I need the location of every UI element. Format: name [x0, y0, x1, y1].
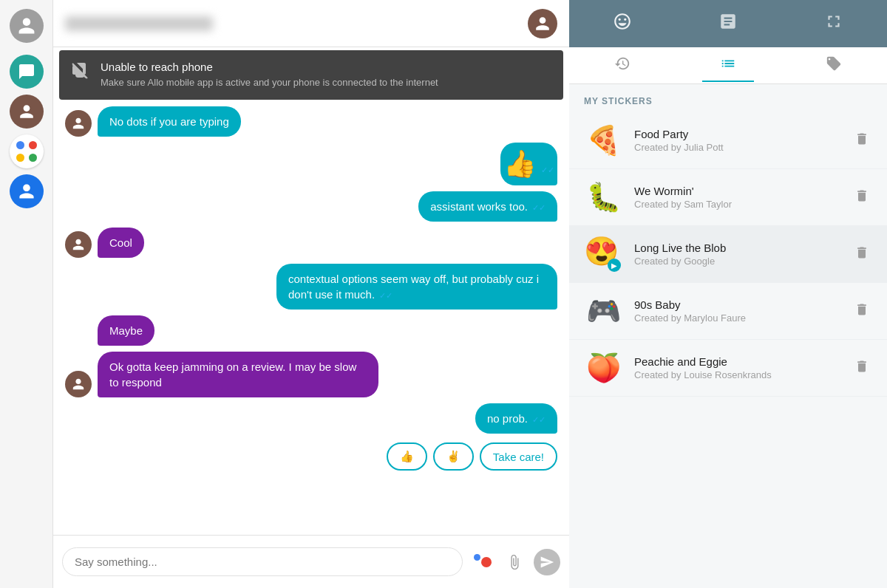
- sticker-subtabs: [569, 47, 887, 84]
- sticker-panel-top-tabs: [569, 0, 887, 47]
- sticker-author: Created by Marylou Faure: [634, 312, 840, 324]
- quick-reply-thumbs-up[interactable]: 👍: [387, 442, 427, 471]
- message-bubble: Cool: [98, 228, 144, 258]
- chat-main: Unable to reach phone Make sure Allo mob…: [53, 0, 569, 588]
- chat-input[interactable]: [62, 547, 463, 576]
- message-row: Cool: [65, 228, 557, 258]
- recent-subtab[interactable]: [597, 49, 648, 81]
- contacts-button[interactable]: [10, 174, 44, 208]
- message-tick: ✓✓: [532, 415, 546, 424]
- sticker-delete-button[interactable]: [852, 299, 872, 324]
- sender-avatar: [65, 371, 92, 397]
- sticker-author: Created by Louise Rosenkrands: [634, 369, 840, 380]
- google-assistant-button[interactable]: [10, 134, 44, 168]
- sticker-thumbnail: 🍑: [584, 349, 622, 387]
- voice-input-button[interactable]: [469, 549, 495, 575]
- notification-title: Unable to reach phone: [101, 61, 438, 73]
- message-row: Ok gotta keep jamming on a review. I may…: [65, 352, 557, 397]
- message-tick: ✓✓: [379, 291, 392, 300]
- sticker-top-tab[interactable]: [707, 6, 750, 41]
- notification-content: Unable to reach phone Make sure Allo mob…: [101, 61, 438, 89]
- message-bubble: no prob.✓✓: [475, 403, 557, 434]
- sticker-info: Peachie and Eggie Created by Louise Rose…: [634, 355, 840, 380]
- sticker-item-long-live-blob[interactable]: 😍 ▶ Long Live the Blob Created by Google: [569, 226, 887, 283]
- sticker-name: 90s Baby: [634, 298, 840, 311]
- notification-icon: [71, 62, 89, 84]
- message-bubble: Ok gotta keep jamming on a review. I may…: [98, 352, 378, 397]
- contact-nav-avatar[interactable]: [10, 95, 44, 129]
- chat-input-area: [53, 535, 569, 588]
- sender-avatar: [65, 231, 92, 258]
- message-bubble: assistant works too.✓✓: [418, 191, 557, 222]
- chat-contact-avatar[interactable]: [528, 9, 557, 38]
- message-row: no prob.✓✓: [65, 403, 557, 434]
- chat-nav-button[interactable]: [10, 55, 44, 89]
- sticker-thumbnail: 🎮: [584, 292, 622, 330]
- sticker-name: Peachie and Eggie: [634, 355, 840, 368]
- shop-subtab[interactable]: [808, 49, 860, 81]
- sticker-author: Created by Google: [634, 256, 840, 267]
- sticker-delete-button[interactable]: [852, 356, 872, 380]
- message-row: 👍✓✓: [65, 143, 557, 185]
- chat-header: [53, 0, 569, 47]
- sticker-thumbnail: 🍕: [584, 121, 622, 160]
- notification-subtitle: Make sure Allo mobile app is active and …: [101, 76, 438, 89]
- sticker-item-we-wormin[interactable]: 🐛 We Wormin' Created by Sam Taylor: [569, 169, 887, 226]
- sticker-name: Food Party: [634, 128, 840, 140]
- sticker-delete-button[interactable]: [852, 129, 872, 153]
- sticker-delete-button[interactable]: [852, 242, 872, 267]
- sticker-author: Created by Sam Taylor: [634, 199, 840, 210]
- user-avatar[interactable]: [10, 9, 44, 43]
- sticker-name: We Wormin': [634, 185, 840, 197]
- message-row: contextual options seem way off, but pro…: [65, 264, 557, 310]
- sticker-info: Long Live the Blob Created by Google: [634, 242, 840, 267]
- send-button[interactable]: [534, 549, 560, 575]
- sticker-name: Long Live the Blob: [634, 242, 840, 254]
- notification-banner: Unable to reach phone Make sure Allo mob…: [59, 50, 563, 100]
- sticker-info: 90s Baby Created by Marylou Faure: [634, 298, 840, 324]
- message-row: Maybe: [65, 315, 557, 346]
- message-tick: ✓✓: [532, 203, 546, 212]
- sticker-play-button[interactable]: ▶: [608, 259, 621, 272]
- quick-reply-take-care[interactable]: Take care!: [480, 442, 557, 471]
- sticker-info: Food Party Created by Julia Pott: [634, 128, 840, 153]
- chat-contact-name-blurred: [65, 16, 213, 31]
- sticker-item-food-party[interactable]: 🍕 Food Party Created by Julia Pott: [569, 112, 887, 169]
- quick-replies: 👍 ✌️ Take care!: [65, 442, 557, 471]
- message-row: assistant works too.✓✓: [65, 191, 557, 222]
- message-bubble: contextual options seem way off, but pro…: [276, 264, 557, 310]
- attach-button[interactable]: [501, 549, 528, 575]
- quick-reply-peace[interactable]: ✌️: [433, 442, 474, 471]
- message-bubble: Maybe: [98, 315, 154, 346]
- list-subtab[interactable]: [702, 49, 754, 81]
- emoji-top-tab[interactable]: [601, 6, 644, 41]
- messages-area: No dots if you are typing 👍✓✓ assistant …: [53, 47, 569, 535]
- google-dots-icon: [16, 141, 37, 162]
- sticker-thumbnail: 🐛: [584, 178, 622, 216]
- sticker-info: We Wormin' Created by Sam Taylor: [634, 185, 840, 210]
- sticker-thumbnail: 😍 ▶: [584, 235, 622, 273]
- message-bubble: No dots if you are typing: [98, 106, 241, 137]
- sticker-item-90s-baby[interactable]: 🎮 90s Baby Created by Marylou Faure: [569, 283, 887, 340]
- sticker-delete-button[interactable]: [852, 185, 872, 210]
- message-row: No dots if you are typing: [65, 106, 557, 137]
- sender-avatar: [65, 110, 92, 137]
- sticker-panel: MY STICKERS 🍕 Food Party Created by Juli…: [569, 0, 887, 588]
- message-tick: ✓✓: [541, 165, 554, 174]
- sticker-item-peachie-eggie[interactable]: 🍑 Peachie and Eggie Created by Louise Ro…: [569, 340, 887, 397]
- message-bubble-emoji: 👍✓✓: [500, 143, 557, 185]
- sidebar: [0, 0, 53, 588]
- expand-top-tab[interactable]: [812, 6, 855, 41]
- sticker-section-title: MY STICKERS: [569, 84, 887, 112]
- sticker-author: Created by Julia Pott: [634, 142, 840, 153]
- sticker-list: 🍕 Food Party Created by Julia Pott 🐛 We …: [569, 112, 887, 588]
